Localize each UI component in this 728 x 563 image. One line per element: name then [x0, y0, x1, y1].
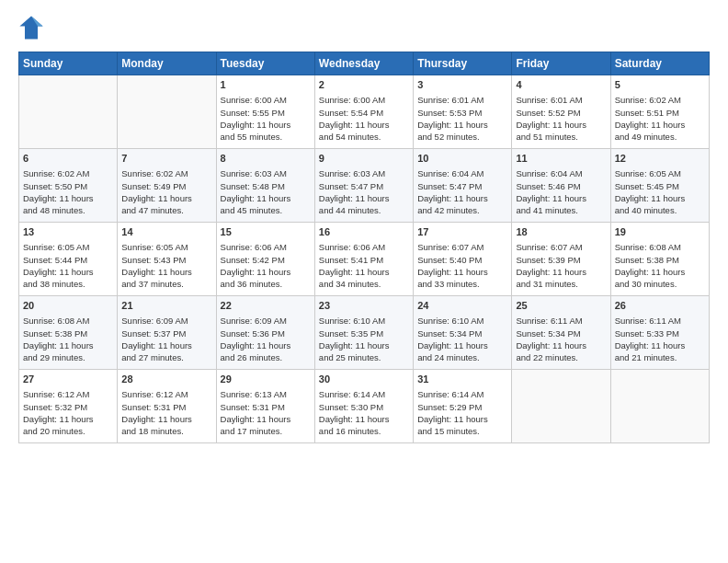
calendar-cell: 10Sunrise: 6:04 AMSunset: 5:47 PMDayligh…	[414, 149, 512, 223]
day-info-line: and 34 minutes.	[319, 278, 409, 290]
day-info-line: Sunrise: 6:12 AM	[121, 388, 211, 400]
day-info-line: Sunrise: 6:11 AM	[615, 315, 705, 327]
day-number: 26	[615, 299, 705, 313]
calendar-cell: 22Sunrise: 6:09 AMSunset: 5:36 PMDayligh…	[216, 296, 314, 370]
day-info-line: and 24 minutes.	[417, 351, 507, 363]
day-info-line: Daylight: 11 hours	[221, 192, 311, 204]
week-row-5: 27Sunrise: 6:12 AMSunset: 5:32 PMDayligh…	[19, 370, 710, 443]
page-container: SundayMondayTuesdayWednesdayThursdayFrid…	[0, 0, 728, 453]
day-info-line: Sunset: 5:30 PM	[319, 401, 409, 413]
day-info-line: Sunrise: 6:13 AM	[221, 388, 311, 400]
day-info-line: and 18 minutes.	[121, 425, 211, 437]
day-info-line: Daylight: 11 hours	[121, 413, 211, 425]
day-info-line: Sunrise: 6:06 AM	[319, 241, 409, 253]
calendar-cell	[19, 75, 118, 149]
day-info-line: Sunset: 5:32 PM	[23, 401, 113, 413]
day-number: 20	[23, 299, 113, 313]
day-info-line: Sunrise: 6:04 AM	[516, 167, 606, 179]
day-info-line: Daylight: 11 hours	[516, 339, 606, 351]
day-number: 11	[516, 152, 606, 166]
day-info-line: and 30 minutes.	[615, 278, 705, 290]
day-info-line: Sunset: 5:55 PM	[221, 107, 311, 119]
day-number: 24	[417, 299, 507, 313]
calendar-cell: 25Sunrise: 6:11 AMSunset: 5:34 PMDayligh…	[512, 296, 610, 370]
day-info-line: and 49 minutes.	[615, 131, 705, 143]
header-cell-wednesday: Wednesday	[314, 52, 413, 75]
calendar-cell: 11Sunrise: 6:04 AMSunset: 5:46 PMDayligh…	[512, 149, 610, 223]
day-info-line: and 48 minutes.	[23, 204, 113, 216]
day-info-line: Daylight: 11 hours	[319, 413, 409, 425]
day-number: 9	[319, 152, 409, 166]
day-info-line: Daylight: 11 hours	[221, 339, 311, 351]
calendar-cell: 13Sunrise: 6:05 AMSunset: 5:44 PMDayligh…	[19, 223, 118, 296]
week-row-2: 6Sunrise: 6:02 AMSunset: 5:50 PMDaylight…	[19, 149, 710, 223]
calendar-cell: 12Sunrise: 6:05 AMSunset: 5:45 PMDayligh…	[610, 149, 709, 223]
day-info-line: Daylight: 11 hours	[615, 119, 705, 131]
day-info-line: Sunset: 5:31 PM	[121, 401, 211, 413]
calendar-cell: 6Sunrise: 6:02 AMSunset: 5:50 PMDaylight…	[19, 149, 118, 223]
day-info-line: and 16 minutes.	[319, 425, 409, 437]
calendar-cell: 29Sunrise: 6:13 AMSunset: 5:31 PMDayligh…	[216, 370, 314, 443]
day-info-line: Sunset: 5:45 PM	[615, 180, 705, 192]
day-number: 4	[516, 78, 606, 92]
day-info-line: Sunrise: 6:09 AM	[221, 315, 311, 327]
calendar-cell: 21Sunrise: 6:09 AMSunset: 5:37 PMDayligh…	[118, 296, 216, 370]
logo	[18, 15, 48, 40]
calendar-cell	[512, 370, 610, 443]
calendar-cell: 1Sunrise: 6:00 AMSunset: 5:55 PMDaylight…	[216, 75, 314, 149]
day-info-line: and 45 minutes.	[221, 204, 311, 216]
day-info-line: Daylight: 11 hours	[417, 119, 507, 131]
day-info-line: Daylight: 11 hours	[615, 339, 705, 351]
day-info-line: Sunrise: 6:01 AM	[417, 94, 507, 106]
header-cell-thursday: Thursday	[414, 52, 512, 75]
day-info-line: and 52 minutes.	[417, 131, 507, 143]
day-info-line: Daylight: 11 hours	[23, 192, 113, 204]
day-info-line: Sunrise: 6:08 AM	[615, 241, 705, 253]
day-info-line: and 22 minutes.	[516, 351, 606, 363]
day-info-line: Daylight: 11 hours	[121, 266, 211, 278]
day-info-line: and 36 minutes.	[221, 278, 311, 290]
calendar-header: SundayMondayTuesdayWednesdayThursdayFrid…	[19, 52, 710, 75]
day-number: 5	[615, 78, 705, 92]
week-row-1: 1Sunrise: 6:00 AMSunset: 5:55 PMDaylight…	[19, 75, 710, 149]
day-info-line: Sunrise: 6:12 AM	[23, 388, 113, 400]
calendar-cell: 30Sunrise: 6:14 AMSunset: 5:30 PMDayligh…	[314, 370, 413, 443]
day-number: 29	[221, 373, 311, 386]
day-info-line: Daylight: 11 hours	[417, 413, 507, 425]
day-info-line: Sunset: 5:40 PM	[417, 254, 507, 266]
day-info-line: Sunrise: 6:03 AM	[221, 167, 311, 179]
day-number: 15	[221, 225, 311, 239]
day-info-line: and 38 minutes.	[23, 278, 113, 290]
logo-icon	[18, 15, 44, 40]
day-info-line: Sunset: 5:33 PM	[615, 327, 705, 339]
day-number: 3	[417, 78, 507, 92]
calendar-cell: 15Sunrise: 6:06 AMSunset: 5:42 PMDayligh…	[216, 223, 314, 296]
day-info-line: Daylight: 11 hours	[221, 413, 311, 425]
day-info-line: and 54 minutes.	[319, 131, 409, 143]
day-info-line: Daylight: 11 hours	[319, 266, 409, 278]
day-info-line: and 47 minutes.	[121, 204, 211, 216]
header-cell-monday: Monday	[118, 52, 216, 75]
day-info-line: and 37 minutes.	[121, 278, 211, 290]
day-number: 27	[23, 373, 113, 386]
day-info-line: Sunset: 5:29 PM	[417, 401, 507, 413]
day-info-line: Sunrise: 6:06 AM	[221, 241, 311, 253]
day-info-line: Daylight: 11 hours	[417, 192, 507, 204]
day-info-line: Daylight: 11 hours	[516, 266, 606, 278]
day-info-line: Sunset: 5:38 PM	[23, 327, 113, 339]
day-info-line: and 21 minutes.	[615, 351, 705, 363]
day-info-line: Sunset: 5:48 PM	[221, 180, 311, 192]
day-info-line: Daylight: 11 hours	[319, 192, 409, 204]
header-cell-sunday: Sunday	[19, 52, 118, 75]
calendar-cell: 26Sunrise: 6:11 AMSunset: 5:33 PMDayligh…	[610, 296, 709, 370]
day-info-line: and 51 minutes.	[516, 131, 606, 143]
day-info-line: Sunrise: 6:05 AM	[23, 241, 113, 253]
day-info-line: Sunrise: 6:03 AM	[319, 167, 409, 179]
day-info-line: Sunrise: 6:02 AM	[615, 94, 705, 106]
day-info-line: Sunrise: 6:00 AM	[221, 94, 311, 106]
day-info-line: Sunrise: 6:02 AM	[23, 167, 113, 179]
day-number: 17	[417, 225, 507, 239]
day-info-line: Daylight: 11 hours	[23, 339, 113, 351]
day-number: 7	[121, 152, 211, 166]
day-info-line: Sunset: 5:46 PM	[516, 180, 606, 192]
